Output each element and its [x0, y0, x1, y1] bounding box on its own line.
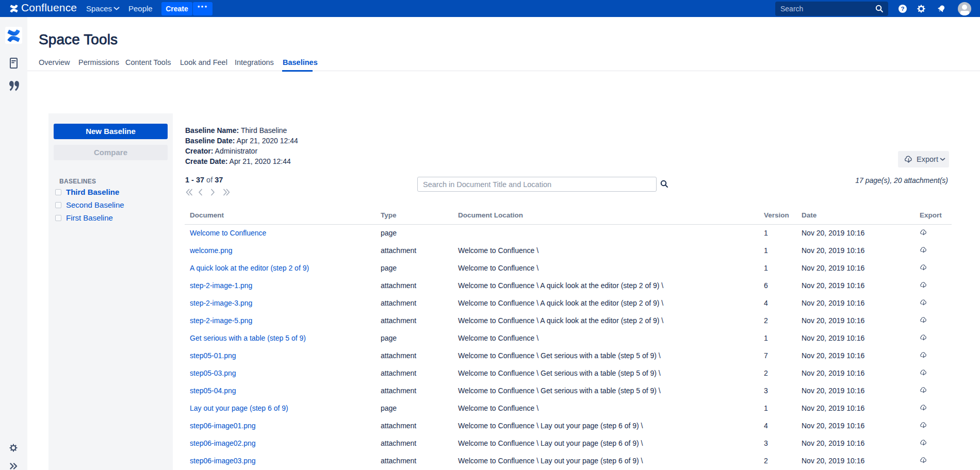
svg-text:?: ? [901, 6, 904, 12]
